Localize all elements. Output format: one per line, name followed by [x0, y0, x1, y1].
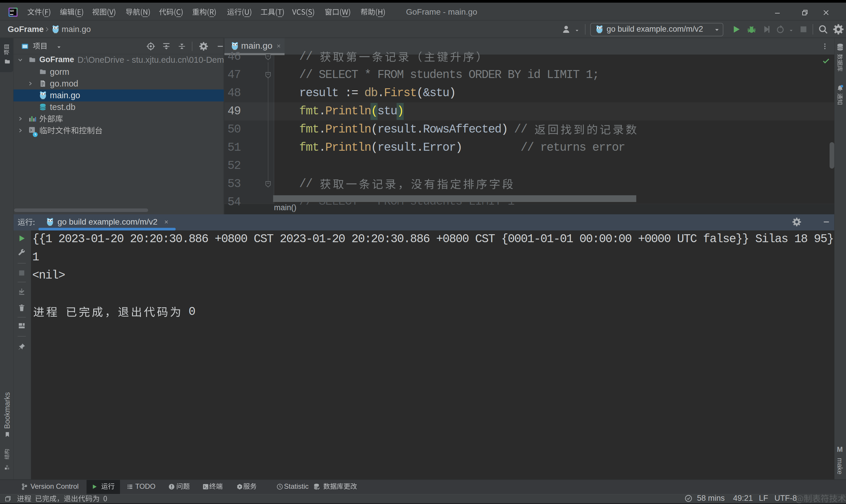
svg-text:GO: GO: [10, 10, 14, 12]
